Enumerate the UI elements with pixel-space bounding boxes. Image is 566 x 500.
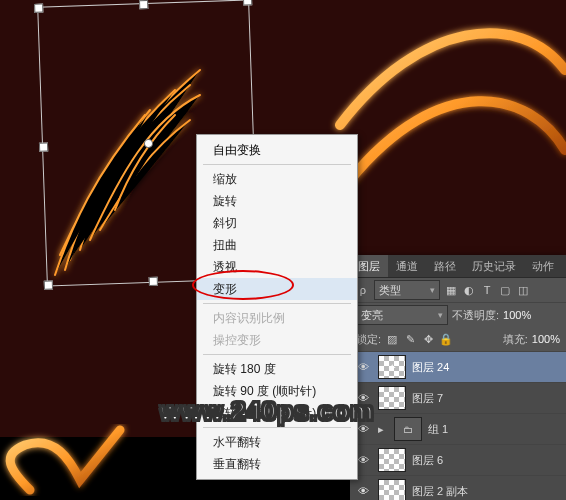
tab-channels[interactable]: 通道 xyxy=(388,255,426,277)
layer-row[interactable]: 👁 图层 2 副本 xyxy=(350,476,566,500)
filter-pixel-icon[interactable]: ▦ xyxy=(444,283,458,297)
menu-item-warp[interactable]: 变形 xyxy=(197,278,357,300)
layer-thumbnail[interactable] xyxy=(378,448,406,472)
layer-row[interactable]: 👁 ▸ 🗀 组 1 xyxy=(350,414,566,445)
expand-arrow-icon[interactable]: ▸ xyxy=(378,423,388,436)
menu-item-puppet-warp: 操控变形 xyxy=(197,329,357,351)
kind-icon: ρ xyxy=(356,283,370,297)
lock-all-icon[interactable]: 🔒 xyxy=(439,332,453,346)
lock-transparency-icon[interactable]: ▨ xyxy=(385,332,399,346)
menu-item-rotate[interactable]: 旋转 xyxy=(197,190,357,212)
opacity-value[interactable]: 100% xyxy=(503,309,531,321)
tab-history[interactable]: 历史记录 xyxy=(464,255,524,277)
fill-value[interactable]: 100% xyxy=(532,333,560,345)
layer-name[interactable]: 图层 2 副本 xyxy=(412,484,562,499)
menu-item-flip-horizontal[interactable]: 水平翻转 xyxy=(197,431,357,453)
menu-item-perspective[interactable]: 透视 xyxy=(197,256,357,278)
tab-actions[interactable]: 动作 xyxy=(524,255,562,277)
layer-name[interactable]: 组 1 xyxy=(428,422,562,437)
blend-mode-dropdown[interactable]: 变亮▾ xyxy=(356,305,448,325)
transform-context-menu[interactable]: 自由变换 缩放 旋转 斜切 扭曲 透视 变形 内容识别比例 操控变形 旋转 18… xyxy=(196,134,358,480)
layer-kind-filter-dropdown[interactable]: 类型▾ xyxy=(374,280,440,300)
lock-fill-row: 锁定: ▨ ✎ ✥ 🔒 填充: 100% xyxy=(350,327,566,352)
fill-label: 填充: xyxy=(503,332,528,347)
menu-item-distort[interactable]: 扭曲 xyxy=(197,234,357,256)
chevron-down-icon: ▾ xyxy=(438,310,443,320)
layer-name[interactable]: 图层 6 xyxy=(412,453,562,468)
layer-name[interactable]: 图层 7 xyxy=(412,391,562,406)
layer-row[interactable]: 👁 ✦ 图层 24 xyxy=(350,352,566,383)
layer-row[interactable]: 👁 图层 6 xyxy=(350,445,566,476)
layer-thumbnail[interactable] xyxy=(378,479,406,500)
blend-opacity-row: 变亮▾ 不透明度: 100% xyxy=(350,303,566,327)
menu-item-rotate-180[interactable]: 旋转 180 度 xyxy=(197,358,357,380)
layer-row[interactable]: 👁 图层 7 xyxy=(350,383,566,414)
layer-filter-row: ρ 类型▾ ▦ ◐ T ▢ ◫ xyxy=(350,278,566,303)
lock-label: 锁定: xyxy=(356,332,381,347)
visibility-eye-icon[interactable]: 👁 xyxy=(354,482,372,500)
folder-icon[interactable]: 🗀 xyxy=(394,417,422,441)
filter-shape-icon[interactable]: ▢ xyxy=(498,283,512,297)
layer-thumbnail[interactable]: ✦ xyxy=(378,355,406,379)
menu-title: 自由变换 xyxy=(197,139,357,161)
layers-panel: 图层 通道 路径 历史记录 动作 ρ 类型▾ ▦ ◐ T ▢ ◫ 变亮▾ 不透明… xyxy=(350,255,566,500)
lock-pixels-icon[interactable]: ✎ xyxy=(403,332,417,346)
menu-item-flip-vertical[interactable]: 垂直翻转 xyxy=(197,453,357,475)
tab-paths[interactable]: 路径 xyxy=(426,255,464,277)
opacity-label: 不透明度: xyxy=(452,308,499,323)
lock-position-icon[interactable]: ✥ xyxy=(421,332,435,346)
layers-list: 👁 ✦ 图层 24 👁 图层 7 👁 ▸ 🗀 组 1 👁 图层 6 👁 图层 2… xyxy=(350,352,566,500)
filter-adjust-icon[interactable]: ◐ xyxy=(462,283,476,297)
chevron-down-icon: ▾ xyxy=(430,285,435,295)
filter-type-icon[interactable]: T xyxy=(480,283,494,297)
menu-item-skew[interactable]: 斜切 xyxy=(197,212,357,234)
watermark-text: www.240ps.com xyxy=(160,396,374,427)
menu-item-scale[interactable]: 缩放 xyxy=(197,168,357,190)
menu-item-content-aware-scale: 内容识别比例 xyxy=(197,307,357,329)
filter-smart-icon[interactable]: ◫ xyxy=(516,283,530,297)
panel-tabs: 图层 通道 路径 历史记录 动作 xyxy=(350,255,566,278)
layer-name[interactable]: 图层 24 xyxy=(412,360,562,375)
layer-thumbnail[interactable] xyxy=(378,386,406,410)
